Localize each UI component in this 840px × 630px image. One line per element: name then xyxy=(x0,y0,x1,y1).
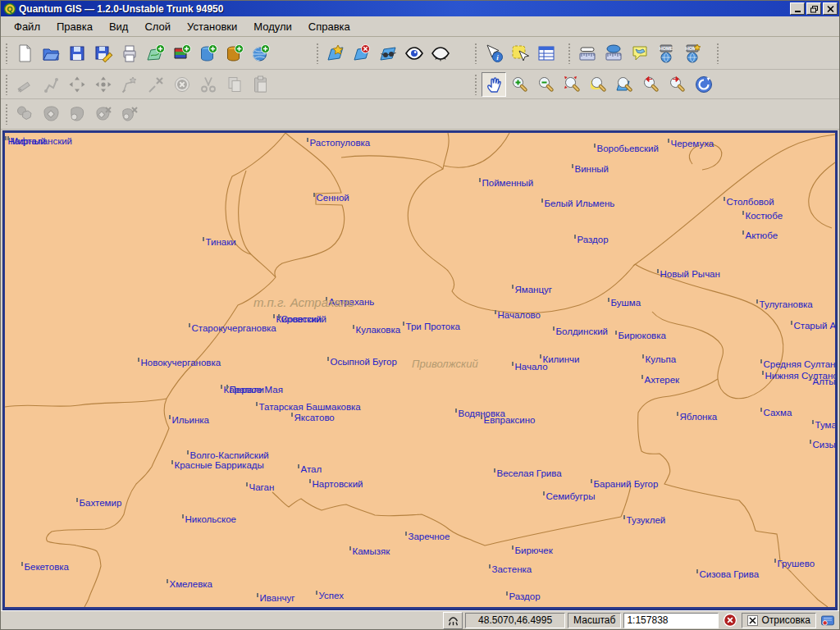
map-label: Кульпа xyxy=(642,354,676,364)
add-part-icon xyxy=(67,104,87,124)
map-label: Волго-Каспийский xyxy=(187,450,269,460)
new-vector-layer-button[interactable] xyxy=(323,41,348,66)
delete-selected-icon xyxy=(172,75,192,94)
save-button[interactable] xyxy=(65,41,89,66)
add-vector-layer-button[interactable] xyxy=(144,41,168,66)
delete-ring-icon xyxy=(94,104,113,124)
menu-item-5[interactable]: Модули xyxy=(245,18,300,35)
toolbar-drag-handle[interactable] xyxy=(5,103,9,125)
zoom-in-button[interactable] xyxy=(508,72,532,97)
minimize-button[interactable] xyxy=(790,2,805,15)
projector-icon xyxy=(819,612,836,628)
identify-button[interactable]: i xyxy=(482,41,506,66)
hide-all-layers-button[interactable] xyxy=(428,41,453,66)
menu-item-0[interactable]: Файл xyxy=(6,18,48,35)
save-edits-icon xyxy=(94,43,113,63)
toolbar-drag-handle[interactable] xyxy=(5,43,9,64)
paste-features-button xyxy=(249,72,273,97)
map-label: Новокучергановка xyxy=(138,358,221,368)
remove-layer-button[interactable] xyxy=(349,41,374,66)
restore-button[interactable] xyxy=(806,2,821,15)
menu-item-2[interactable]: Вид xyxy=(101,18,137,35)
map-label: Мирный xyxy=(7,136,46,146)
scale-input[interactable] xyxy=(623,613,719,628)
map-label: Началово xyxy=(495,310,541,320)
select-features-button[interactable] xyxy=(508,41,532,66)
map-label: Атал xyxy=(298,464,322,474)
zoom-in-icon xyxy=(510,75,530,94)
toolbar-group xyxy=(473,71,717,98)
refresh-button[interactable] xyxy=(692,72,716,97)
add-postgis-layer-button[interactable] xyxy=(196,41,221,66)
folder-open-button[interactable] xyxy=(39,41,63,66)
toolbar-drag-handle[interactable] xyxy=(568,43,572,64)
file-new-button[interactable] xyxy=(12,41,37,66)
toolbar-drag-handle[interactable] xyxy=(716,43,720,64)
map-label: Веселая Грива xyxy=(494,468,562,478)
toggle-editing-button[interactable] xyxy=(376,41,400,66)
refresh-icon xyxy=(694,75,714,94)
add-ring-icon xyxy=(41,104,61,124)
select-features-icon xyxy=(510,43,530,63)
add-vertex-button xyxy=(117,72,142,97)
toolbar-digitize-navigation xyxy=(1,70,839,99)
svg-text:HOME: HOME xyxy=(660,46,673,51)
coordinates-display: 48.5070,46.4995 xyxy=(465,613,565,628)
show-all-layers-button[interactable] xyxy=(402,41,427,66)
map-canvas[interactable]: НафталанскийМирныйРастопуловкаЧеремухаВо… xyxy=(5,133,835,607)
map-label: Никольское xyxy=(182,514,236,524)
map-label: Яманцуг xyxy=(512,285,552,294)
toolbar-drag-handle[interactable] xyxy=(316,43,320,64)
map-label: Пойменный xyxy=(479,178,533,188)
map-label: Татарская Башмаковка xyxy=(256,402,361,412)
window-title: Quantum GIS — 1.2.0-Unstable Trunk 94950 xyxy=(19,3,788,15)
delete-vertex-icon xyxy=(146,75,166,94)
measure-area-button[interactable] xyxy=(601,41,626,66)
print-button[interactable] xyxy=(117,41,142,66)
zoom-full-button[interactable] xyxy=(560,72,585,97)
map-tips-button[interactable] xyxy=(628,41,652,66)
open-attribute-table-icon xyxy=(536,43,556,63)
zoom-last-button[interactable] xyxy=(639,72,664,97)
menu-item-6[interactable]: Справка xyxy=(300,18,358,35)
open-attribute-table-button[interactable] xyxy=(534,41,559,66)
map-label: Советский xyxy=(278,314,326,324)
zoom-out-button[interactable] xyxy=(534,72,559,97)
map-label: Успех xyxy=(316,591,344,600)
zoom-selection-button[interactable] xyxy=(587,72,611,97)
stop-render-button[interactable] xyxy=(721,611,739,629)
map-label: Бахтемир xyxy=(76,498,121,508)
toolbar-drag-handle[interactable] xyxy=(474,43,478,64)
map-label: Красные Баррикады xyxy=(171,460,264,470)
measure-line-button[interactable] xyxy=(575,41,600,66)
map-label: Бирючек xyxy=(512,546,553,555)
map-label: Сизова Грива xyxy=(696,569,759,579)
delete-vertex-button xyxy=(144,72,168,97)
toolbar-drag-handle[interactable] xyxy=(5,74,9,95)
show-bookmarks-button[interactable]: HOME xyxy=(654,41,678,66)
crs-status-button[interactable] xyxy=(819,611,837,629)
render-toggle[interactable]: Отрисовка xyxy=(742,613,816,628)
new-bookmark-button[interactable]: HOME xyxy=(680,41,705,66)
coordinate-capture-button[interactable] xyxy=(443,612,463,629)
menu-item-4[interactable]: Установки xyxy=(179,18,245,35)
menu-item-3[interactable]: Слой xyxy=(136,18,179,35)
pan-button[interactable] xyxy=(482,72,506,97)
status-bar: 48.5070,46.4995 Масштаб Отрисовка xyxy=(1,610,839,629)
save-edits-button[interactable] xyxy=(91,41,116,66)
add-spatialite-layer-button[interactable] xyxy=(222,41,247,66)
measure-area-icon xyxy=(604,43,623,63)
toolbar-drag-handle[interactable] xyxy=(474,74,478,95)
zoom-layer-button[interactable] xyxy=(613,72,637,97)
add-wms-layer-button[interactable] xyxy=(249,41,273,66)
map-label: Тумак xyxy=(812,420,835,430)
menu-item-1[interactable]: Правка xyxy=(48,18,101,35)
minimize-icon xyxy=(793,5,802,13)
zoom-next-button[interactable] xyxy=(665,72,690,97)
hide-all-layers-icon xyxy=(431,43,450,63)
map-label: Винный xyxy=(572,164,609,174)
map-label: Бирюковка xyxy=(615,331,666,340)
close-button[interactable] xyxy=(823,2,838,15)
add-raster-layer-button[interactable] xyxy=(170,41,194,66)
copy-features-icon xyxy=(225,75,244,94)
